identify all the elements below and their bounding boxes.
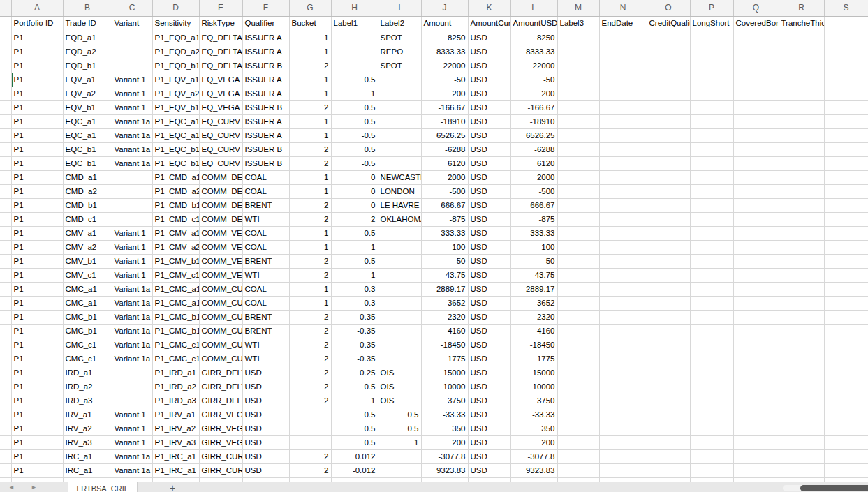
cell[interactable]: USD	[242, 394, 289, 408]
cell[interactable]: ISSUER A	[242, 31, 289, 45]
cell[interactable]: P1	[11, 226, 63, 240]
row-header[interactable]	[0, 268, 11, 282]
cell[interactable]	[647, 59, 690, 73]
cell[interactable]	[378, 268, 421, 282]
cell[interactable]: 0.5	[331, 254, 378, 268]
cell[interactable]: P1	[11, 254, 63, 268]
cell[interactable]: Label2	[378, 16, 421, 31]
cell[interactable]	[690, 463, 733, 477]
cell[interactable]	[331, 59, 378, 73]
cell[interactable]: 2000	[510, 170, 557, 184]
cell[interactable]: CMD_a1	[63, 170, 112, 184]
cell[interactable]	[599, 296, 647, 310]
cell[interactable]: 0.5	[331, 226, 378, 240]
cell[interactable]	[647, 380, 690, 394]
cell[interactable]	[690, 296, 733, 310]
cell[interactable]: P1_IRC_a1	[152, 463, 199, 477]
cell[interactable]	[733, 45, 779, 59]
cell[interactable]: -33.33	[510, 408, 557, 422]
cell[interactable]	[733, 156, 779, 170]
cell[interactable]: 3750	[510, 394, 557, 408]
row-header[interactable]	[0, 198, 11, 212]
cell[interactable]: 0.5	[331, 380, 378, 394]
cell[interactable]: P1_IRV_a3	[152, 435, 199, 449]
column-header-S[interactable]: S	[824, 0, 868, 16]
cell[interactable]: SPOT	[378, 59, 421, 73]
cell[interactable]	[647, 408, 690, 422]
cell[interactable]	[557, 408, 599, 422]
cell[interactable]: Variant 1	[112, 268, 152, 282]
cell[interactable]: 22000	[421, 59, 468, 73]
cell[interactable]: COMM_DELTA	[199, 198, 242, 212]
cell[interactable]: -3077.8	[510, 449, 557, 463]
cell[interactable]: ISSUER B	[242, 59, 289, 73]
cell[interactable]: USD	[242, 380, 289, 394]
row-header[interactable]	[0, 240, 11, 254]
row-header[interactable]	[0, 282, 11, 296]
cell[interactable]: 200	[510, 87, 557, 100]
cell[interactable]	[824, 226, 868, 240]
cell[interactable]: CMV_a1	[63, 226, 112, 240]
cell[interactable]: EndDate	[599, 16, 647, 31]
cell[interactable]: EQC_a1	[63, 128, 112, 142]
cell[interactable]: P1_EQD_b1	[152, 59, 199, 73]
cell[interactable]: -166.67	[421, 100, 468, 114]
cell[interactable]: 2	[289, 324, 331, 338]
cell[interactable]: 1	[289, 45, 331, 59]
cell[interactable]	[599, 408, 647, 422]
cell[interactable]: Amount	[421, 16, 468, 31]
cell[interactable]	[557, 45, 599, 59]
cell[interactable]	[824, 449, 868, 463]
row-header[interactable]	[0, 87, 11, 100]
cell[interactable]	[690, 226, 733, 240]
cell[interactable]	[647, 449, 690, 463]
cell[interactable]: P1	[11, 212, 63, 226]
cell[interactable]	[557, 142, 599, 156]
cell[interactable]: P1	[11, 296, 63, 310]
cell[interactable]	[733, 366, 779, 380]
cell[interactable]: USD	[468, 268, 510, 282]
cell[interactable]: P1	[11, 408, 63, 422]
cell[interactable]: IRV_a2	[63, 422, 112, 435]
cell[interactable]: 0.5	[331, 100, 378, 114]
cell[interactable]: Variant	[112, 16, 152, 31]
column-header-D[interactable]: D	[152, 0, 199, 16]
cell[interactable]: GIRR_VEGA	[199, 408, 242, 422]
cell[interactable]	[378, 87, 421, 100]
cell[interactable]: P1	[11, 59, 63, 73]
cell[interactable]	[733, 310, 779, 324]
cell[interactable]: COAL	[242, 226, 289, 240]
cell[interactable]: -0.3	[331, 296, 378, 310]
row-header[interactable]	[0, 16, 11, 31]
cell[interactable]: USD	[468, 463, 510, 477]
cell[interactable]: COAL	[242, 296, 289, 310]
cell[interactable]	[824, 128, 868, 142]
cell[interactable]	[824, 114, 868, 128]
cell[interactable]: Variant 1a	[112, 449, 152, 463]
cell[interactable]: -2320	[510, 310, 557, 324]
cell[interactable]: Variant 1a	[112, 338, 152, 352]
cell[interactable]: Qualifier	[242, 16, 289, 31]
cell[interactable]	[557, 463, 599, 477]
cell[interactable]	[733, 408, 779, 422]
cell[interactable]: 2	[331, 212, 378, 226]
cell[interactable]	[647, 240, 690, 254]
cell[interactable]	[824, 435, 868, 449]
cell[interactable]: 2	[289, 463, 331, 477]
next-sheet-icon[interactable]: ►	[31, 484, 37, 491]
cell[interactable]	[779, 128, 824, 142]
cell[interactable]: 2	[289, 254, 331, 268]
cell[interactable]: P1_IRC_a1	[152, 449, 199, 463]
cell[interactable]: WTI	[242, 352, 289, 366]
cell[interactable]	[779, 87, 824, 100]
cell[interactable]: 666.67	[510, 198, 557, 212]
cell[interactable]	[733, 394, 779, 408]
cell[interactable]: 0.5	[331, 422, 378, 435]
cell[interactable]	[690, 422, 733, 435]
cell[interactable]	[557, 422, 599, 435]
cell[interactable]: -18910	[421, 114, 468, 128]
cell[interactable]	[378, 463, 421, 477]
cell[interactable]: P1	[11, 394, 63, 408]
cell[interactable]	[779, 296, 824, 310]
cell[interactable]: Variant 1	[112, 226, 152, 240]
